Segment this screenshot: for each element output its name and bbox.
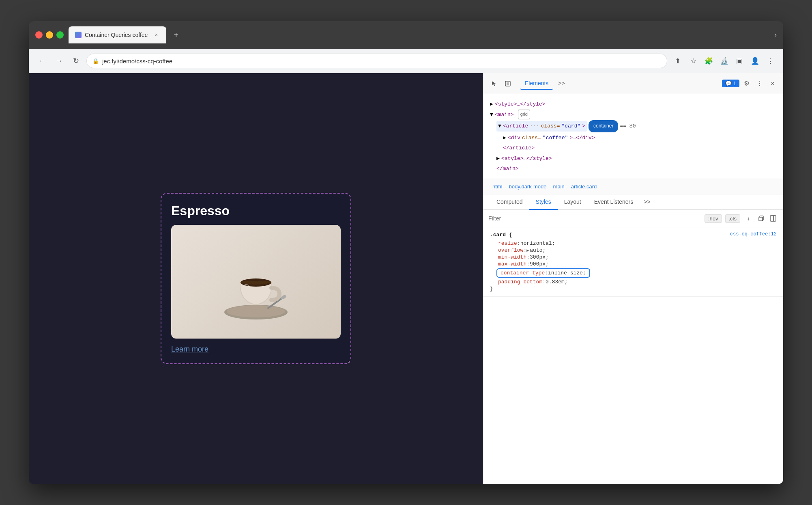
filter-icons: + — [743, 213, 778, 224]
breadcrumb-body[interactable]: body.dark-mode — [507, 182, 549, 191]
copy-style-button[interactable] — [756, 213, 766, 224]
styles-filter-input[interactable] — [488, 215, 701, 222]
devtools-close-button[interactable]: × — [767, 78, 778, 89]
sub-tabs: Computed Styles Layout Event Listeners >… — [483, 194, 783, 210]
traffic-lights — [35, 31, 64, 39]
forward-button[interactable]: → — [52, 54, 65, 67]
css-close-brace: } — [490, 285, 777, 292]
hov-button[interactable]: :hov — [705, 214, 722, 223]
maximize-button[interactable] — [56, 31, 64, 39]
devtools-toolbar-right: 💬 1 ⚙ ⋮ × — [722, 78, 778, 89]
svg-point-1 — [227, 305, 285, 317]
cls-button[interactable]: .cls — [725, 214, 741, 223]
nav-actions: ⬆ ☆ 🧩 🔬 ▣ 👤 ⋮ — [671, 54, 777, 67]
dom-tree: ▶ <style>…</style> ▼ <main> grid ▼ <arti… — [483, 94, 783, 179]
tab-favicon — [75, 32, 82, 38]
browser-window: Container Queries coffee × + › ← → ↻ 🔒 j… — [29, 21, 783, 484]
coffee-card: Espresso — [161, 193, 351, 364]
dom-line-article[interactable]: ▼ <article ··· class="card"> container =… — [490, 120, 777, 133]
breadcrumb-main[interactable]: main — [551, 182, 567, 191]
address-bar[interactable]: 🔒 jec.fyi/demo/css-cq-coffee — [86, 54, 667, 68]
cursor-tool-button[interactable] — [488, 78, 500, 89]
browser-content: Espresso — [29, 73, 783, 484]
css-overflow-line: overflow : ▶ auto ; — [490, 247, 777, 254]
sub-tab-layout[interactable]: Layout — [558, 194, 588, 210]
card-image — [171, 225, 341, 339]
reload-button[interactable]: ↻ — [69, 54, 82, 67]
url-text: jec.fyi/demo/css-cq-coffee — [102, 58, 172, 65]
bookmark-button[interactable]: ☆ — [687, 54, 700, 67]
dom-line-div: ▶ <div class="coffee">…</div> — [490, 133, 777, 143]
svg-rect-6 — [759, 217, 763, 221]
dom-line-style1: ▶ <style>…</style> — [490, 99, 777, 109]
tab-close-button[interactable]: × — [153, 31, 160, 39]
page-area: Espresso — [29, 73, 483, 484]
devtools-settings-button[interactable]: ⚙ — [741, 78, 752, 89]
triangle-icon[interactable]: ▶ — [496, 154, 500, 163]
extensions-button[interactable]: 🧩 — [702, 54, 715, 67]
tab-title: Container Queries coffee — [85, 32, 148, 38]
styles-filter-bar: :hov .cls + — [483, 210, 783, 227]
navigation-bar: ← → ↻ 🔒 jec.fyi/demo/css-cq-coffee ⬆ ☆ 🧩… — [29, 49, 783, 73]
sub-tab-more[interactable]: >> — [640, 194, 654, 209]
css-maxwidth-line: max-width : 900px ; — [490, 261, 777, 268]
add-style-button[interactable]: + — [743, 213, 754, 224]
devtools-toolbar: Elements >> 💬 1 ⚙ ⋮ × — [483, 73, 783, 94]
devtools-more-button[interactable]: ⋮ — [754, 78, 765, 89]
triangle-icon[interactable]: ▶ — [490, 99, 493, 109]
css-selector-line: .card { — [490, 231, 730, 240]
sub-tab-computed[interactable]: Computed — [490, 194, 529, 210]
triangle-icon[interactable]: ▼ — [490, 110, 493, 119]
toggle-panel-button[interactable] — [768, 213, 778, 224]
active-tab[interactable]: Container Queries coffee × — [69, 26, 166, 43]
more-menu-button[interactable]: ⋮ — [764, 54, 777, 67]
triangle-icon[interactable]: ▶ — [526, 248, 529, 253]
learn-more-link[interactable]: Learn more — [171, 345, 208, 353]
dom-line-style2: ▶ <style>…</style> — [490, 153, 777, 164]
triangle-icon[interactable]: ▶ — [503, 133, 506, 142]
console-count: 1 — [733, 80, 736, 86]
devtools-panel: Elements >> 💬 1 ⚙ ⋮ × ▶ <style>…</s — [483, 73, 783, 484]
svg-rect-7 — [770, 216, 776, 221]
triangle-icon[interactable]: ▼ — [498, 121, 501, 131]
title-bar: Container Queries coffee × + › — [29, 21, 783, 49]
breadcrumbs: html body.dark-mode main article.card — [483, 179, 783, 194]
breadcrumb-article[interactable]: article.card — [569, 182, 599, 191]
coffee-image — [215, 237, 296, 326]
share-button[interactable]: ⬆ — [671, 54, 684, 67]
profile-button[interactable]: 👤 — [748, 54, 761, 67]
devtools-icons — [488, 78, 513, 89]
console-badge[interactable]: 💬 1 — [722, 80, 739, 87]
dom-line-main-close: </main> — [490, 164, 777, 174]
dom-line-main: ▼ <main> grid — [490, 109, 777, 120]
css-card-rule: css-cq-coffee:12 .card { resize : horizo… — [483, 227, 783, 297]
new-tab-button[interactable]: + — [170, 28, 183, 41]
devtools-more-tabs[interactable]: >> — [555, 78, 568, 90]
css-minwidth-line: min-width : 300px ; — [490, 254, 777, 261]
breadcrumb-html[interactable]: html — [490, 182, 505, 191]
css-source[interactable]: css-cq-coffee:12 — [730, 231, 777, 237]
back-button[interactable]: ← — [35, 54, 48, 67]
styles-panel: :hov .cls + — [483, 210, 783, 484]
minimize-button[interactable] — [46, 31, 53, 39]
svg-rect-5 — [507, 82, 509, 85]
tab-menu-button[interactable]: › — [775, 31, 777, 39]
dom-dots[interactable]: ··· — [530, 121, 539, 131]
lock-icon: 🔒 — [92, 58, 99, 64]
tab-bar: Container Queries coffee × + › — [69, 26, 777, 43]
console-icon: 💬 — [725, 80, 732, 86]
inspect-tool-button[interactable] — [502, 78, 513, 89]
devtools-tabs: Elements >> — [517, 78, 719, 90]
dom-line-article-close: </article> — [490, 143, 777, 153]
dalton-button[interactable]: 🔬 — [717, 54, 730, 67]
close-button[interactable] — [35, 31, 43, 39]
display-button[interactable]: ▣ — [733, 54, 746, 67]
card-title: Espresso — [171, 203, 341, 218]
css-paddingbottom-line: padding-bottom : 0.83em ; — [490, 278, 777, 285]
sub-tab-styles[interactable]: Styles — [529, 194, 558, 210]
tab-elements[interactable]: Elements — [520, 78, 553, 90]
css-resize-line: resize : horizontal ; — [490, 240, 777, 247]
sub-tab-event-listeners[interactable]: Event Listeners — [588, 194, 640, 210]
grid-badge[interactable]: grid — [518, 110, 530, 119]
container-type-highlighted: container-type : inline-size ; — [496, 268, 590, 278]
